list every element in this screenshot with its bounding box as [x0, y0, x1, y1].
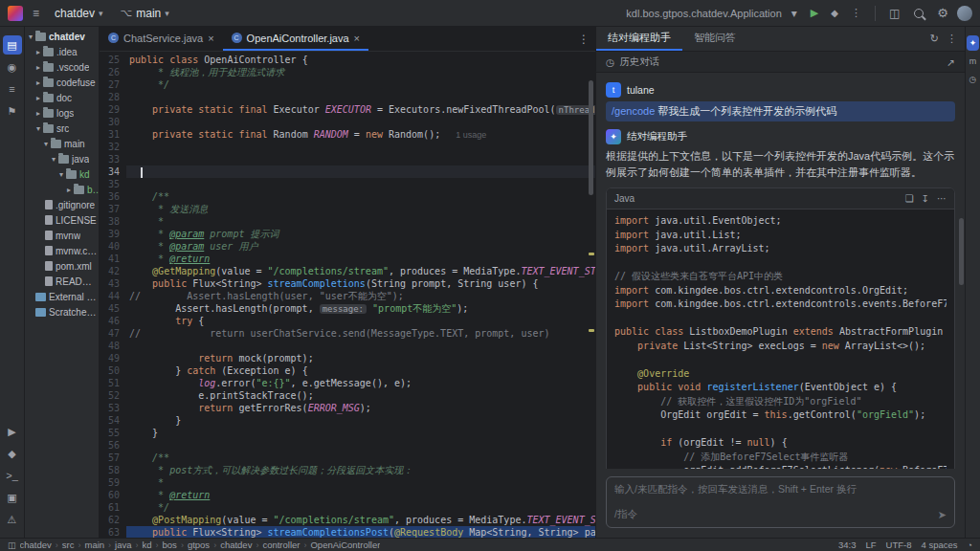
- tree-item[interactable]: ▸bos: [25, 182, 99, 197]
- branch-widget[interactable]: ⌥ main ▾: [115, 5, 175, 22]
- main-menu-icon[interactable]: ≡: [29, 6, 43, 21]
- refresh-icon[interactable]: ↻: [930, 33, 939, 45]
- code-line[interactable]: [126, 91, 595, 103]
- history-row[interactable]: ◷ 历史对话 ↗: [596, 52, 965, 73]
- more-icon[interactable]: ⋮: [578, 33, 590, 46]
- breadcrumb-item[interactable]: OpenAiController: [310, 540, 380, 550]
- gutter-line-number[interactable]: 37: [100, 203, 120, 215]
- scrollbar-thumb[interactable]: [589, 80, 593, 195]
- code-line[interactable]: } catch (Exception e) {: [126, 364, 595, 377]
- more-actions-icon[interactable]: ⋮: [847, 5, 865, 21]
- code-line[interactable]: e.printStackTrace();: [126, 389, 595, 402]
- breadcrumb-item[interactable]: main: [84, 540, 104, 550]
- tree-item[interactable]: pom.xml: [25, 258, 99, 274]
- gutter-line-number[interactable]: 34: [100, 165, 120, 178]
- code-area[interactable]: 2526272829303132333435363738394041424344…: [100, 52, 595, 538]
- gutter-line-number[interactable]: 30: [100, 116, 120, 128]
- tree-item[interactable]: .gitignore: [25, 197, 99, 212]
- breadcrumb-item[interactable]: gtpos: [188, 540, 210, 550]
- code-line[interactable]: */: [126, 501, 595, 514]
- chevron-right-icon[interactable]: ▸: [34, 63, 42, 72]
- code-line[interactable]: [126, 116, 595, 128]
- code-line[interactable]: return mock(prompt);: [126, 352, 595, 364]
- code-line[interactable]: * @return: [126, 253, 595, 265]
- gutter-line-number[interactable]: 50: [100, 364, 120, 377]
- chevron-down-icon[interactable]: ▾: [27, 33, 34, 41]
- code-line[interactable]: }: [126, 427, 595, 439]
- code-line[interactable]: */: [126, 78, 595, 91]
- gutter-line-number[interactable]: 47: [100, 327, 120, 340]
- gutter-line-number[interactable]: 48: [100, 340, 120, 352]
- code-line[interactable]: [126, 165, 595, 178]
- search-icon[interactable]: [914, 9, 924, 18]
- code-line[interactable]: }: [126, 414, 595, 427]
- run-icon[interactable]: ▶: [3, 422, 22, 441]
- problems-icon[interactable]: ⚠: [3, 510, 22, 529]
- tree-item[interactable]: ▸logs: [25, 105, 99, 121]
- code-line[interactable]: public class OpenAiController {: [126, 54, 595, 66]
- chat-input-box[interactable]: /指令 ➤: [606, 476, 955, 528]
- gutter-line-number[interactable]: 60: [100, 489, 120, 501]
- code-line[interactable]: /**: [126, 452, 595, 464]
- warning-stripe-mark[interactable]: [589, 253, 594, 255]
- code-line[interactable]: *: [126, 215, 595, 228]
- chevron-down-icon[interactable]: ▾: [50, 155, 57, 164]
- code-line[interactable]: *: [126, 476, 595, 489]
- tree-item[interactable]: ▾kd: [25, 166, 99, 182]
- more-icon[interactable]: ⋮: [947, 33, 957, 45]
- assistant-tab[interactable]: 智能问答: [682, 27, 747, 51]
- code-line[interactable]: [126, 153, 595, 165]
- gutter-line-number[interactable]: 59: [100, 476, 120, 489]
- gutter-line-number[interactable]: 29: [100, 103, 120, 116]
- user-avatar[interactable]: [957, 6, 972, 21]
- chevron-down-icon[interactable]: ▾: [34, 124, 42, 133]
- user-message[interactable]: /gencode 帮我生成一个列表控件开发的示例代码: [606, 101, 955, 121]
- code-line[interactable]: [126, 178, 595, 190]
- code-line[interactable]: return getErrorRes(ERROR_MSG);: [126, 402, 595, 414]
- chevron-down-icon[interactable]: ▾: [42, 140, 50, 148]
- chat-message-list[interactable]: t tulane /gencode 帮我生成一个列表控件开发的示例代码 ✦ 结对…: [596, 73, 965, 469]
- chevron-right-icon[interactable]: ▸: [34, 109, 42, 118]
- structure-icon[interactable]: ≡: [3, 79, 22, 99]
- breadcrumb-item[interactable]: chatdev: [220, 540, 252, 550]
- code-line[interactable]: public Flux<String> streamCompletions(St…: [126, 277, 595, 290]
- code-line[interactable]: try {: [126, 315, 595, 327]
- code-line[interactable]: * @return: [126, 489, 595, 501]
- usages-hint[interactable]: 1 usage: [456, 130, 486, 140]
- code-line[interactable]: private static final Executor EXECUTOR =…: [126, 103, 595, 116]
- tree-item[interactable]: LICENSE: [25, 212, 99, 228]
- breadcrumb-item[interactable]: kd: [143, 540, 152, 550]
- open-in-new-icon[interactable]: ↗: [947, 56, 955, 68]
- layout-icon[interactable]: ◫: [8, 540, 16, 550]
- status-item[interactable]: UTF-8: [886, 540, 912, 550]
- assistant-icon[interactable]: ✦: [967, 35, 979, 51]
- code-line[interactable]: * 线程池，用于处理流式请求: [126, 66, 595, 78]
- gutter-line-number[interactable]: 43: [100, 277, 120, 290]
- code-line[interactable]: [126, 439, 595, 452]
- chevron-right-icon[interactable]: ▸: [34, 78, 42, 87]
- gutter-line-number[interactable]: 52: [100, 389, 120, 402]
- tree-item[interactable]: ▾src: [25, 121, 99, 136]
- debug-button[interactable]: ◆: [828, 6, 841, 20]
- status-item[interactable]: 4 spaces: [922, 540, 958, 550]
- code-line[interactable]: @PostMapping(value = "/completions/strea…: [126, 514, 595, 526]
- gutter-line-number[interactable]: 26: [100, 66, 120, 78]
- more-icon[interactable]: ⋯: [937, 193, 947, 204]
- editor-tab[interactable]: COpenAiController.java×: [223, 27, 368, 51]
- editor-tab[interactable]: CChatService.java×: [100, 27, 223, 51]
- gutter-line-number[interactable]: 44: [100, 290, 120, 302]
- gutter-line-number[interactable]: 38: [100, 215, 120, 228]
- code-line[interactable]: // Assert.hasLength(user, "user不能为空");: [126, 290, 595, 302]
- terminal-icon[interactable]: >_: [3, 466, 22, 485]
- gutter-line-number[interactable]: 49: [100, 352, 120, 364]
- code-line[interactable]: /**: [126, 190, 595, 203]
- project-icon[interactable]: ▤: [3, 35, 22, 55]
- gutter-line-number[interactable]: 45: [100, 302, 120, 315]
- gutter-line-number[interactable]: 61: [100, 501, 120, 514]
- status-item[interactable]: 34:3: [838, 540, 857, 550]
- code-line[interactable]: log.error("e:{}", e.getMessage(), e);: [126, 377, 595, 389]
- close-icon[interactable]: ×: [354, 33, 360, 44]
- editor-gutter[interactable]: 2526272829303132333435363738394041424344…: [100, 54, 126, 538]
- gutter-line-number[interactable]: 40: [100, 240, 120, 253]
- gutter-line-number[interactable]: 36: [100, 190, 120, 203]
